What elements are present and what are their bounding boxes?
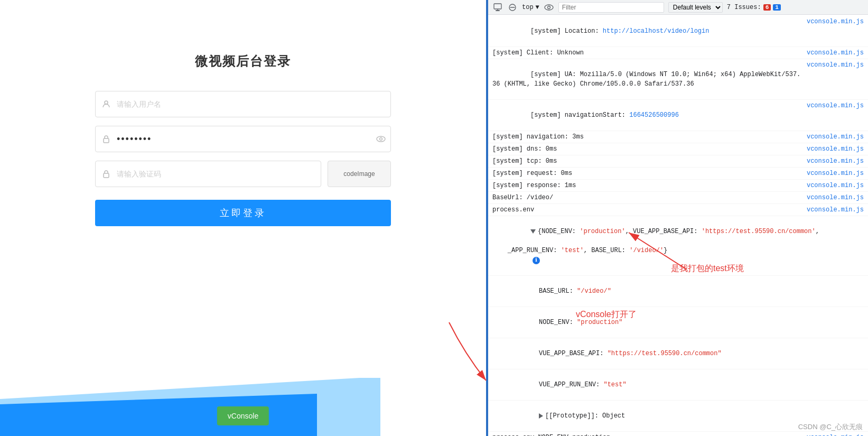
console-msg: [system] tcp: 0ms	[492, 156, 802, 166]
password-toggle-icon[interactable]	[371, 135, 390, 143]
bottom-decoration	[0, 378, 380, 436]
svg-rect-4	[104, 173, 109, 178]
console-msg: [system] Location: http://localhost/vide…	[492, 17, 802, 45]
svg-point-11	[547, 6, 550, 8]
source-link[interactable]: vconsole.min.js	[807, 144, 864, 154]
console-row: [system] UA: Mozilla/5.0 (Windows NT 10.…	[488, 59, 868, 100]
context-label: top	[522, 4, 534, 11]
console-msg: {NODE_ENV: 'production', VUE_APP_BASE_AP…	[492, 217, 864, 274]
source-link[interactable]: vconsole.min.js	[807, 169, 864, 178]
console-msg: [system] dns: 0ms	[492, 144, 802, 154]
captcha-lock-icon	[96, 170, 117, 178]
captcha-image[interactable]: codeImage	[328, 161, 391, 187]
console-msg: [system] request: 0ms	[492, 169, 802, 178]
console-row: [system] dns: 0ms vconsole.min.js	[488, 143, 868, 155]
user-icon	[96, 100, 117, 108]
login-container: 微视频后台登录	[0, 0, 486, 436]
console-msg: BaseUrl: /video/	[492, 193, 802, 202]
source-link[interactable]: vconsole.min.js	[807, 181, 864, 190]
console-row: [system] tcp: 0ms vconsole.min.js	[488, 155, 868, 168]
captcha-row: codeImage	[95, 161, 391, 187]
username-field-wrapper	[95, 91, 391, 117]
console-row-prototype[interactable]: [[Prototype]]: Object	[488, 401, 868, 432]
console-msg: [system] response: 1ms	[492, 181, 802, 190]
source-link[interactable]: vconsole.min.js	[807, 48, 864, 58]
login-form: codeImage 立即登录	[95, 91, 391, 226]
captcha-image-label: codeImage	[343, 170, 375, 178]
console-msg: [system] UA: Mozilla/5.0 (Windows NT 10.…	[492, 60, 802, 98]
lock-icon	[96, 135, 117, 143]
svg-point-0	[105, 101, 108, 104]
console-msg: VUE_APP_RUN_ENV: "test"	[501, 370, 864, 399]
console-row: [system] navigationStart: 1664526500996 …	[488, 100, 868, 131]
svg-point-2	[377, 136, 385, 142]
issues-count-blue: 1	[773, 4, 781, 11]
console-msg: [system] navigationStart: 1664526500996	[492, 101, 802, 129]
eye-toggle-icon[interactable]	[544, 2, 554, 13]
page-wrapper: 微视频后台登录	[0, 0, 868, 436]
console-msg: [[Prototype]]: Object	[501, 402, 864, 430]
console-row: [system] response: 1ms vconsole.min.js	[488, 180, 868, 192]
source-link[interactable]: vconsole.min.js	[807, 156, 864, 166]
svg-rect-5	[494, 4, 501, 9]
source-link[interactable]: vconsole.min.js	[807, 17, 864, 26]
vconsole-button[interactable]: vConsole	[217, 406, 269, 425]
console-msg: [system] Client: Unknown	[492, 48, 802, 58]
filter-input[interactable]	[558, 2, 664, 13]
context-chevron: ▼	[536, 4, 539, 11]
issues-badge: 7 Issues: 6 1	[727, 4, 781, 11]
issues-count-red: 6	[763, 4, 771, 11]
source-link[interactable]: vconsole.min.js	[807, 101, 864, 110]
source-link[interactable]: vconsole.min.js	[807, 433, 864, 436]
console-row-prop: BASE_URL: "/video/"	[488, 276, 868, 307]
captcha-field-wrapper	[95, 161, 321, 187]
source-link[interactable]: vconsole.min.js	[807, 60, 864, 70]
console-msg: NODE_ENV: "production"	[501, 308, 864, 337]
console-msg: process.env	[492, 205, 802, 215]
login-button[interactable]: 立即登录	[95, 200, 391, 226]
console-row: process.env vconsole.min.js	[488, 204, 868, 216]
levels-select[interactable]: Default levels	[668, 2, 723, 13]
console-content[interactable]: [system] Location: http://localhost/vide…	[488, 15, 868, 436]
page-title: 微视频后台登录	[195, 53, 291, 70]
captcha-input[interactable]	[117, 170, 321, 178]
nav-start-value: 1664526500996	[629, 112, 679, 119]
svg-rect-1	[104, 138, 109, 143]
context-selector[interactable]: top ▼	[522, 4, 539, 11]
console-row: BaseUrl: /video/ vconsole.min.js	[488, 192, 868, 204]
console-row-prop: VUE_APP_RUN_ENV: "test"	[488, 369, 868, 401]
console-msg: [system] navigation: 3ms	[492, 132, 802, 142]
expand-icon	[530, 229, 536, 234]
console-msg: process.env.NODE_ENV production	[492, 433, 802, 436]
console-row-object[interactable]: {NODE_ENV: 'production', VUE_APP_BASE_AP…	[488, 216, 868, 276]
source-link[interactable]: vconsole.min.js	[807, 193, 864, 202]
issues-label: 7 Issues:	[727, 4, 761, 11]
expand-icon	[539, 413, 543, 419]
svg-point-10	[545, 5, 553, 10]
source-link[interactable]: vconsole.min.js	[807, 205, 864, 215]
console-row: [system] Location: http://localhost/vide…	[488, 16, 868, 47]
console-row-prop: VUE_APP_BASE_API: "https://test.95590.cn…	[488, 338, 868, 369]
svg-point-3	[380, 138, 382, 141]
console-msg: VUE_APP_BASE_API: "https://test.95590.cn…	[501, 339, 864, 368]
password-input[interactable]	[117, 134, 371, 145]
devtools-toolbar: top ▼ Default levels 7 Issues: 6 1	[488, 0, 868, 15]
username-input[interactable]	[117, 100, 390, 108]
left-panel: 微视频后台登录	[0, 0, 486, 436]
console-row: [system] Client: Unknown vconsole.min.js	[488, 47, 868, 59]
source-link[interactable]: vconsole.min.js	[807, 132, 864, 142]
svg-rect-6	[496, 10, 500, 11]
devtools-panel: top ▼ Default levels 7 Issues: 6 1	[488, 0, 868, 436]
console-row: [system] navigation: 3ms vconsole.min.js	[488, 131, 868, 143]
info-badge: ℹ	[533, 257, 540, 264]
no-entry-icon[interactable]	[507, 2, 518, 13]
console-row-prop: NODE_ENV: "production"	[488, 307, 868, 338]
console-row: process.env.NODE_ENV production vconsole…	[488, 432, 868, 436]
console-row: [system] request: 0ms vconsole.min.js	[488, 168, 868, 180]
inspect-icon[interactable]	[492, 2, 503, 13]
location-link[interactable]: http://localhost/video/login	[603, 27, 710, 35]
console-msg: BASE_URL: "/video/"	[501, 277, 864, 305]
password-field-wrapper	[95, 126, 391, 152]
